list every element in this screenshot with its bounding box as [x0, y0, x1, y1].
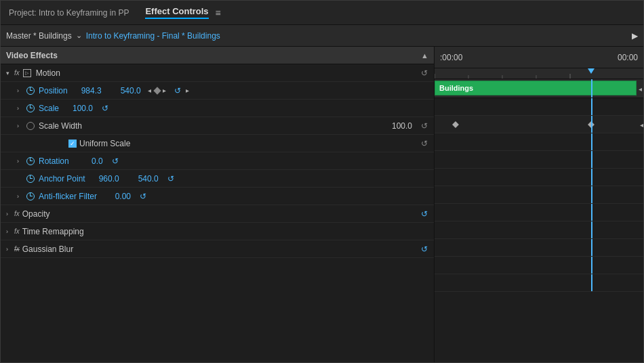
anchor-point-name[interactable]: Anchor Point: [39, 174, 85, 184]
position-row: › Position 984.3 540.0 ◂ ▸ ↺ ▸: [1, 82, 434, 100]
timeline-kf-diamond-1[interactable]: [452, 121, 459, 128]
sub-header-right: ▶: [632, 31, 638, 41]
clip-label[interactable]: Intro to Keyframing - Final * Buildings: [86, 31, 220, 41]
video-effects-header: Video Effects ▲: [1, 47, 434, 64]
time-remapping-expand-arrow[interactable]: ›: [6, 228, 14, 235]
opacity-expand-arrow[interactable]: ›: [6, 211, 14, 217]
scale-width-value[interactable]: 100.0: [378, 121, 412, 131]
rotation-row: › Rotation 0.0 ↺: [1, 152, 434, 170]
position-reset[interactable]: ↺: [171, 84, 184, 98]
playhead-line-motion: [591, 98, 592, 115]
playhead-line-scale: [591, 133, 592, 150]
antiflicker-row: › Anti-flicker Filter 0.00 ↺: [1, 188, 434, 205]
antiflicker-name[interactable]: Anti-flicker Filter: [39, 192, 97, 201]
anchor-stopwatch[interactable]: [26, 175, 35, 183]
checkbox-check: ✓: [70, 140, 75, 147]
position-stopwatch[interactable]: [26, 87, 35, 95]
gaussian-fx-badge: fx: [14, 245, 20, 253]
scale-stopwatch[interactable]: [26, 104, 35, 112]
timeline-timeremap-row: [435, 257, 643, 274]
timecode-start: :00:00: [440, 53, 462, 62]
playhead-line-rot: [591, 186, 592, 203]
rotation-expand-arrow[interactable]: ›: [17, 158, 25, 165]
scale-width-reset[interactable]: ↺: [418, 119, 431, 133]
anchor-clock-icon: [25, 173, 36, 184]
gaussian-reset[interactable]: ↺: [418, 242, 431, 256]
rotation-name[interactable]: Rotation: [39, 156, 69, 166]
antiflicker-value[interactable]: 0.00: [97, 192, 131, 201]
position-kf-prev[interactable]: ◂: [146, 87, 153, 94]
playhead-line-uni: [591, 169, 592, 186]
timecode-end: 00:00: [618, 53, 638, 62]
rotation-clock-icon: [25, 156, 36, 167]
motion-expand-arrow[interactable]: ▾: [6, 70, 14, 77]
opacity-row: › fx Opacity ↺: [1, 205, 434, 223]
position-keyframe-nav: ◂ ▸: [146, 87, 168, 94]
master-dropdown[interactable]: ⌄: [76, 31, 82, 40]
timeline-anti-row: [435, 221, 643, 239]
uniform-scale-reset[interactable]: ↺: [418, 137, 431, 150]
rotation-stopwatch[interactable]: [26, 157, 35, 165]
scale-name[interactable]: Scale: [39, 104, 59, 113]
timeline-opacity-row: [435, 239, 643, 257]
opacity-fx-badge: fx: [14, 210, 20, 217]
opacity-name: Opacity: [22, 209, 418, 219]
scale-value[interactable]: 100.0: [59, 104, 93, 113]
scale-width-stopwatch[interactable]: [26, 122, 35, 130]
scale-width-name: Scale Width: [39, 121, 378, 131]
timeline-scalewidth-row: [435, 151, 643, 169]
position-expand-arrow[interactable]: ›: [17, 87, 25, 94]
position-kf-diamond[interactable]: [153, 87, 161, 94]
timeline-anchor-row: [435, 204, 643, 221]
position-clock-icon: [25, 85, 36, 96]
timeline-gaussian-row: [435, 274, 643, 292]
scale-reset[interactable]: ↺: [98, 102, 112, 115]
uniform-scale-checkbox[interactable]: ✓: [68, 140, 77, 148]
playhead-top: [591, 68, 598, 74]
gaussian-name: Gaussian Blur: [22, 244, 418, 254]
motion-box-icon: ▷: [23, 69, 31, 77]
uniform-scale-row: ✓ Uniform Scale ↺: [1, 135, 434, 152]
anchor-reset[interactable]: ↺: [164, 172, 178, 186]
rotation-reset[interactable]: ↺: [108, 154, 122, 168]
collapse-icon[interactable]: ▲: [421, 51, 428, 60]
position-kf-next[interactable]: ▸: [161, 87, 168, 94]
panel-container: Project: Intro to Keyframing in PP Effec…: [0, 0, 644, 363]
gaussian-expand-arrow[interactable]: ›: [6, 246, 14, 253]
timeline-rotation-row: [435, 186, 643, 204]
panel-menu-icon[interactable]: ≡: [216, 7, 221, 18]
position-value2[interactable]: 540.0: [107, 86, 141, 95]
position-value1[interactable]: 984.3: [68, 86, 102, 95]
playhead-line-sw: [591, 151, 592, 168]
antiflicker-expand-arrow[interactable]: ›: [17, 193, 25, 200]
main-content: Video Effects ▲ ▾ fx ▷ Motion ↺ ›: [1, 47, 643, 362]
anchor-value2[interactable]: 540.0: [125, 174, 159, 184]
timeline-panel: :00:00 00:00: [435, 47, 643, 362]
play-button[interactable]: ▶: [632, 31, 638, 41]
scale-width-expand-arrow[interactable]: ›: [17, 123, 25, 129]
antiflicker-stopwatch[interactable]: [26, 192, 35, 200]
position-name[interactable]: Position: [39, 86, 68, 95]
position-timeline-nav[interactable]: ▸: [184, 84, 191, 98]
timeline-ruler: [435, 68, 643, 79]
scale-expand-arrow[interactable]: ›: [17, 105, 25, 112]
panel-header: Project: Intro to Keyframing in PP Effec…: [1, 1, 643, 25]
project-label: Project: Intro to Keyframing in PP: [9, 8, 129, 18]
timeline-kf-diamond-2[interactable]: [588, 121, 595, 128]
clip-block[interactable]: Buildings: [435, 81, 637, 95]
anchor-value1[interactable]: 960.0: [85, 174, 119, 184]
opacity-reset[interactable]: ↺: [418, 207, 431, 221]
timeline-position-row: ◂: [435, 116, 643, 133]
timeline-header: :00:00 00:00: [435, 47, 643, 68]
time-remapping-name: Time Remapping: [22, 227, 431, 236]
motion-name: Motion: [36, 68, 418, 78]
timeline-pos-right-arrow[interactable]: ◂: [640, 121, 643, 128]
effect-controls-tab[interactable]: Effect Controls: [145, 6, 208, 19]
sub-header: Master * Buildings ⌄ Intro to Keyframing…: [1, 25, 643, 47]
motion-reset[interactable]: ↺: [418, 66, 431, 80]
anchor-point-row: Anchor Point 960.0 540.0 ↺: [1, 170, 434, 188]
antiflicker-reset[interactable]: ↺: [136, 190, 150, 203]
rotation-value[interactable]: 0.0: [69, 156, 103, 166]
effects-list: ▾ fx ▷ Motion ↺ › Position 984.3: [1, 64, 434, 362]
clip-right-arrow[interactable]: ◂: [639, 85, 642, 92]
